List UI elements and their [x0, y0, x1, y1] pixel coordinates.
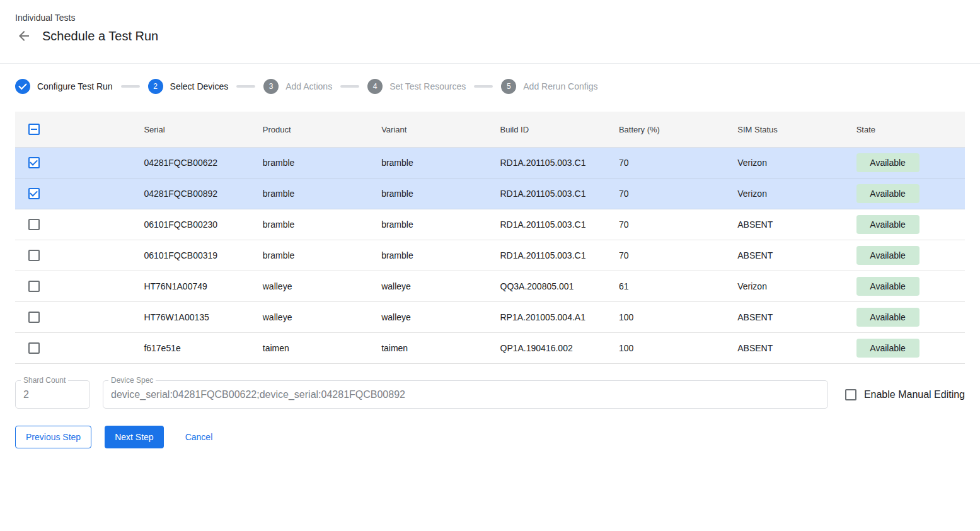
cell-battery: 100 — [609, 312, 727, 322]
cancel-button[interactable]: Cancel — [175, 426, 223, 448]
row-checkbox[interactable] — [28, 157, 40, 168]
cell-build-id: QP1A.190416.002 — [490, 343, 609, 353]
column-header-state: State — [846, 125, 965, 134]
step-set-test-resources[interactable]: 4 Set Test Resources — [367, 79, 466, 94]
select-all-checkbox[interactable] — [28, 124, 40, 135]
cell-variant: bramble — [371, 219, 490, 230]
table-row[interactable]: 06101FQCB00230 bramble bramble RD1A.2011… — [15, 209, 965, 240]
cell-battery: 70 — [609, 250, 727, 260]
cell-sim-status: ABSENT — [727, 250, 846, 260]
enable-manual-editing-checkbox[interactable] — [845, 389, 856, 400]
cell-serial: 04281FQCB00892 — [134, 189, 252, 199]
step-label: Set Test Resources — [389, 81, 466, 91]
row-checkbox[interactable] — [28, 312, 40, 323]
cell-product: bramble — [253, 250, 371, 260]
shard-count-value: 2 — [23, 389, 29, 400]
table-row[interactable]: HT76W1A00135 walleye walleye RP1A.201005… — [15, 302, 965, 333]
column-header-variant: Variant — [371, 125, 490, 134]
cell-build-id: RP1A.201005.004.A1 — [490, 312, 609, 322]
cell-variant: taimen — [371, 343, 490, 353]
cell-variant: walleye — [371, 281, 490, 291]
column-header-battery: Battery (%) — [609, 125, 727, 134]
cell-sim-status: Verizon — [727, 189, 846, 199]
row-checkbox[interactable] — [28, 250, 40, 261]
step-connector — [121, 85, 140, 88]
cell-build-id: RD1A.201105.003.C1 — [490, 219, 609, 230]
step-connector — [236, 85, 255, 88]
state-badge: Available — [856, 215, 919, 234]
cell-product: walleye — [253, 281, 371, 291]
shard-count-field[interactable]: Shard Count 2 — [15, 380, 90, 409]
shard-form: Shard Count 2 Device Spec device_serial:… — [15, 380, 965, 409]
cell-product: walleye — [253, 312, 371, 322]
cell-build-id: QQ3A.200805.001 — [490, 281, 609, 291]
cell-product: bramble — [253, 158, 371, 168]
cell-battery: 61 — [609, 281, 727, 291]
row-checkbox[interactable] — [28, 281, 40, 292]
cell-sim-status: Verizon — [727, 158, 846, 168]
row-checkbox[interactable] — [28, 342, 40, 354]
state-badge: Available — [856, 246, 919, 265]
cell-product: bramble — [253, 189, 371, 199]
step-number: 4 — [367, 79, 383, 94]
cell-variant: bramble — [371, 189, 490, 199]
back-button[interactable] — [16, 28, 32, 44]
column-header-build-id: Build ID — [490, 125, 609, 134]
table-row[interactable]: 06101FQCB00319 bramble bramble RD1A.2011… — [15, 240, 965, 271]
cell-serial: HT76W1A00135 — [134, 312, 252, 322]
cell-sim-status: ABSENT — [727, 343, 846, 353]
cell-serial: 04281FQCB00622 — [134, 158, 252, 168]
enable-manual-editing[interactable]: Enable Manual Editing — [845, 389, 965, 400]
column-header-serial: Serial — [134, 125, 252, 134]
step-connector — [474, 85, 493, 88]
table-row[interactable]: HT76N1A00749 walleye walleye QQ3A.200805… — [15, 271, 965, 302]
table-row[interactable]: 04281FQCB00892 bramble bramble RD1A.2011… — [15, 178, 965, 209]
cell-build-id: RD1A.201105.003.C1 — [490, 250, 609, 260]
cell-serial: HT76N1A00749 — [134, 281, 252, 291]
table-row[interactable]: f617e51e taimen taimen QP1A.190416.002 1… — [15, 333, 965, 364]
state-badge: Available — [856, 308, 919, 327]
check-icon — [15, 79, 30, 94]
cell-battery: 70 — [609, 158, 727, 168]
column-header-sim-status: SIM Status — [727, 125, 846, 134]
step-number: 2 — [148, 79, 163, 94]
state-badge: Available — [856, 153, 919, 172]
state-badge: Available — [856, 339, 919, 358]
device-table: Serial Product Variant Build ID Battery … — [15, 112, 965, 364]
page-header: Individual Tests Schedule a Test Run — [0, 0, 980, 64]
step-label: Configure Test Run — [37, 81, 113, 91]
step-number: 5 — [501, 79, 516, 94]
previous-step-button[interactable]: Previous Step — [15, 426, 91, 448]
state-badge: Available — [856, 277, 919, 296]
breadcrumb: Individual Tests — [15, 13, 965, 23]
arrow-left-icon — [16, 28, 32, 44]
step-select-devices[interactable]: 2 Select Devices — [148, 79, 229, 94]
state-badge: Available — [856, 184, 919, 203]
cell-variant: bramble — [371, 250, 490, 260]
cell-product: bramble — [253, 219, 371, 230]
device-spec-field[interactable]: Device Spec device_serial:04281FQCB00622… — [103, 380, 828, 409]
device-spec-value: device_serial:04281FQCB00622;device_seri… — [111, 389, 405, 400]
cell-product: taimen — [253, 343, 371, 353]
cell-variant: walleye — [371, 312, 490, 322]
stepper: Configure Test Run 2 Select Devices 3 Ad… — [15, 79, 980, 94]
next-step-button[interactable]: Next Step — [105, 426, 163, 448]
cell-battery: 70 — [609, 189, 727, 199]
cell-build-id: RD1A.201105.003.C1 — [490, 158, 609, 168]
cell-sim-status: Verizon — [727, 281, 846, 291]
cell-battery: 70 — [609, 219, 727, 230]
cell-variant: bramble — [371, 158, 490, 168]
row-checkbox[interactable] — [28, 219, 40, 230]
column-header-product: Product — [253, 125, 371, 134]
table-row[interactable]: 04281FQCB00622 bramble bramble RD1A.2011… — [15, 148, 965, 178]
enable-manual-editing-label: Enable Manual Editing — [864, 389, 965, 400]
cell-serial: 06101FQCB00319 — [134, 250, 252, 260]
cell-sim-status: ABSENT — [727, 312, 846, 322]
cell-sim-status: ABSENT — [727, 219, 846, 230]
shard-count-label: Shard Count — [21, 376, 68, 385]
step-add-rerun-configs[interactable]: 5 Add Rerun Configs — [501, 79, 597, 94]
step-configure-test-run[interactable]: Configure Test Run — [15, 79, 113, 94]
cell-battery: 100 — [609, 343, 727, 353]
step-add-actions[interactable]: 3 Add Actions — [263, 79, 332, 94]
row-checkbox[interactable] — [28, 188, 40, 199]
